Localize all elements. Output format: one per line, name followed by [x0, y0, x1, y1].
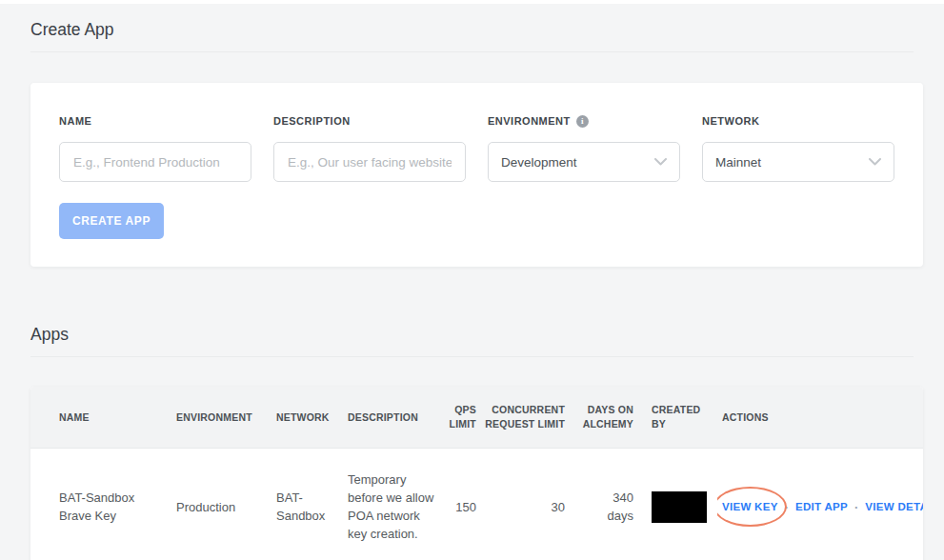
column-header-actions: ACTIONS [717, 410, 923, 425]
environment-field-group: ENVIRONMENT i Development [488, 114, 680, 182]
cell-qps-limit: 150 [440, 498, 476, 516]
create-app-button[interactable]: CREATE APP [59, 203, 164, 239]
cell-network: BAT-Sandbox [276, 489, 348, 525]
create-app-form: NAME DESCRIPTION ENVIRONMENT i Developme… [59, 114, 894, 182]
info-icon[interactable]: i [576, 115, 589, 128]
network-select[interactable]: Mainnet [702, 142, 894, 182]
create-app-title: Create App [30, 20, 914, 40]
description-label: DESCRIPTION [273, 115, 351, 127]
cell-actions: VIEW KEY · EDIT APP · VIEW DETAILS [717, 486, 923, 528]
chevron-down-icon [654, 158, 667, 166]
column-header-network: NETWORK [276, 410, 348, 425]
environment-select-value: Development [501, 155, 577, 170]
action-separator: · [854, 498, 858, 516]
cell-concurrent-request-limit: 30 [476, 498, 565, 516]
column-header-description: DESCRIPTION [348, 410, 440, 425]
view-details-link[interactable]: VIEW DETAILS [865, 498, 923, 516]
name-field-group: NAME [59, 114, 251, 182]
description-field-group: DESCRIPTION [273, 114, 466, 182]
name-label: NAME [59, 115, 91, 127]
view-key-link[interactable]: VIEW KEY [722, 501, 778, 512]
column-header-name: NAME [59, 410, 176, 425]
chevron-down-icon [869, 158, 881, 166]
action-separator: · [785, 498, 789, 516]
cell-environment: Production [176, 498, 276, 516]
cell-description: Temporary before we allow POA network ke… [348, 470, 440, 543]
column-header-created-by: CREATED BY [633, 403, 717, 431]
cell-created-by [633, 491, 717, 523]
view-key-annotated-wrap: VIEW KEY [722, 486, 778, 528]
column-header-qps-limit: QPS LIMIT [440, 403, 476, 431]
create-app-card: NAME DESCRIPTION ENVIRONMENT i Developme… [30, 83, 923, 267]
table-header-row: NAME ENVIRONMENT NETWORK DESCRIPTION QPS… [30, 387, 923, 449]
apps-title: Apps [30, 325, 914, 345]
table-row: BAT-Sandbox Brave Key Production BAT-San… [30, 449, 923, 560]
network-label: NETWORK [702, 115, 759, 127]
redacted-created-by-box [652, 491, 707, 523]
days-on-alchemy-value: 340 days [590, 489, 633, 525]
apps-table-card: NAME ENVIRONMENT NETWORK DESCRIPTION QPS… [30, 387, 923, 560]
environment-select[interactable]: Development [488, 142, 680, 182]
column-header-environment: ENVIRONMENT [176, 410, 276, 425]
network-select-value: Mainnet [715, 155, 761, 170]
cell-app-name: BAT-Sandbox Brave Key [59, 489, 176, 525]
edit-app-link[interactable]: EDIT APP [795, 498, 848, 516]
description-input[interactable] [273, 142, 466, 182]
environment-label: ENVIRONMENT [488, 115, 571, 127]
network-field-group: NETWORK Mainnet [702, 114, 894, 182]
create-app-divider [30, 51, 914, 52]
column-header-days-on-alchemy: DAYS ON ALCHEMY [565, 403, 633, 431]
top-divider-strip [0, 0, 944, 4]
apps-divider [30, 356, 914, 357]
cell-days-on-alchemy: 340 days [565, 489, 633, 525]
column-header-concurrent-request-limit: CONCURRENT REQUEST LIMIT [476, 403, 565, 431]
name-input[interactable] [59, 142, 251, 182]
